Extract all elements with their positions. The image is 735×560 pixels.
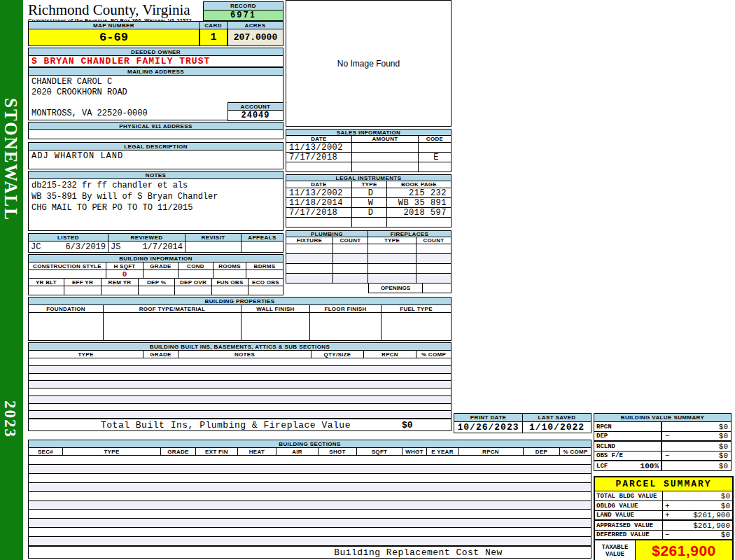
count-cell [333,264,368,274]
visits-headers: LISTED REVIEWED REVISIT APPEALS [28,233,284,241]
acres-value: 207.0000 [227,29,284,46]
shgt-label: SHGT [318,448,357,456]
floor-finish-value [310,313,382,341]
rooms-label: ROOMS [214,262,246,270]
bvs-value: $0 [719,423,728,431]
table-row: LAND VALUE +$261,900 [595,511,732,521]
table-row [29,465,591,474]
bvs-label: RPCN [596,424,612,430]
acres-label: ACRES [227,21,284,29]
rpcn-label: RPCN [458,448,524,456]
note-line: CHG MAIL TO PER PO TO TO 11/2015 [31,202,283,214]
note-line: WB 35-891 By will of S Bryan Chandler [31,191,283,202]
listed-label: LISTED [28,233,108,241]
instr-bookpage-label: BOOK PAGE [387,181,451,188]
bvs-label: OBS F/E [596,452,623,459]
fireplace-count-label: COUNT [416,237,451,244]
sec-label: SEC# [28,448,63,456]
construction-style-value [28,270,106,279]
fuel-type-label: FUEL TYPE [382,305,451,313]
table-row [29,456,591,465]
rooms-value [214,270,246,279]
extfin-label: EXT FIN [196,448,238,456]
table-row: RPCN $0 [594,422,732,432]
table-row [29,474,591,483]
ps-label: LAND VALUE [595,511,663,519]
instr-bookpage: WB 35 891 [387,198,451,208]
table-row: APPRAISED VALUE $261,900 [595,521,732,531]
bvs-pct: 100% [640,462,659,470]
notes-block: db215-232 fr ff chandler et als WB 35-89… [28,179,284,231]
built-ins-title: BUILDING BUILT INS, BASEMENTS, ATTICS & … [28,342,451,351]
ps-value: $0 [721,492,730,500]
instr-type: W [352,198,387,208]
instr-date: 11/13/2002 [286,188,352,198]
last-saved-label: LAST SAVED [523,413,592,422]
assessment-year: 2023 [1,400,19,438]
legal-description-label: LEGAL DESCRIPTION [28,142,284,150]
fuel-type-value [382,313,451,341]
sales-date: 7/17/2018 [286,153,352,162]
card-value: 1 [200,29,227,46]
sqft-label: SQFT [357,448,402,456]
built-ins-total-value: $0 [402,420,451,430]
print-info-headers: PRINT DATE LAST SAVED [454,413,592,422]
bvs-op: − [665,451,670,460]
table-row [29,501,591,510]
ps-op: + [665,502,670,510]
ps-op: + [665,511,670,519]
yrblt-label: YR BLT [28,279,64,286]
bvs-value: $0 [719,451,728,460]
plumbing-title: PLUMBING [286,230,368,237]
mailing-address-label: MAILING ADDRESS [28,67,284,76]
sales-date-label: DATE [286,136,352,143]
floor-finish-label: FLOOR FINISH [310,305,382,313]
table-row [29,537,591,546]
building-information-title: BUILDING INFORMATION [28,254,284,262]
count-cell [416,274,451,284]
type-cell [368,254,416,264]
built-ins-headers: TYPE GRADE NOTES QTY/SIZE RPCN % COMP [28,351,451,358]
appeals-label: APPEALS [241,233,284,241]
print-date-label: PRINT DATE [454,413,523,422]
table-row [29,510,591,519]
depovr-label: DEP OVR [175,279,212,286]
deppct-value [139,286,175,295]
ps-label: OBLDG VALUE [595,501,663,510]
fireplace-type-label: TYPE [368,237,416,244]
table-row: 11/13/2002 D 215 232 [286,188,451,198]
hsqft-label: H SQFT [106,262,144,270]
instr-bookpage: 215 232 [387,188,451,198]
building-sections-headers: SEC# TYPE GRADE EXT FIN HEAT AIR SHGT SQ… [28,448,592,456]
district-name: STONEWALL [1,98,20,221]
listed-value: JC6/3/2019 [28,241,108,253]
taxable-label: TAXABLE VALUE [595,540,636,560]
visits-values: JC6/3/2019 JS1/7/2014 [28,241,284,253]
last-saved-value: 1/10/2022 [523,422,592,433]
remyr-value [102,286,139,295]
depovr-value [175,286,212,295]
table-row [286,244,451,254]
hsqft-value: 0 [106,270,144,279]
instr-bookpage: 2018 597 [387,208,451,218]
comp-label: % COMP [560,448,592,456]
table-row [29,358,451,366]
openings-value [423,284,451,293]
bdrms-label: BDRMS [246,262,284,270]
count-cell [333,244,368,254]
yrblt-value [28,286,64,295]
table-row: LCF100% $0 [594,461,732,471]
table-row: 11/13/2002 [286,143,451,153]
sales-code-label: CODE [419,136,451,143]
fixture-cell [286,254,333,264]
table-row [29,374,451,382]
table-row: DEFERRED VALUE −$0 [595,531,732,540]
print-info-values: 10/26/2023 1/10/2022 [454,422,592,433]
whgt-label: WHGT [402,448,427,456]
instr-type-label: TYPE [352,181,387,188]
replacement-cost-row: Building Replacement Cost New [28,546,592,559]
table-row: OBS F/E −$0 [594,451,732,461]
type-cell [368,274,416,284]
building-sections-title: BUILDING SECTIONS [28,440,592,448]
table-row [29,366,451,374]
